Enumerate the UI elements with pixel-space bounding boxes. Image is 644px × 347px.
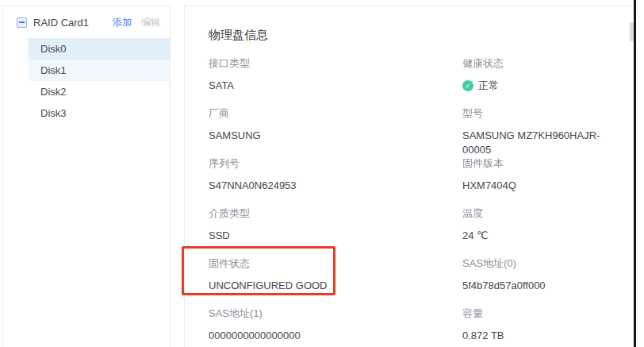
field-value: SAMSUNG MZ7KH960HAJR-00005 — [462, 129, 607, 157]
page-title: 物理盘信息 — [209, 28, 607, 43]
field-label: 温度 — [462, 206, 607, 221]
field-value: 0.872 TB — [462, 329, 607, 343]
field-label: 固件版本 — [462, 156, 607, 171]
sidebar-item-disk3[interactable]: Disk3 — [29, 102, 170, 124]
check-circle-icon: ✓ — [462, 80, 473, 91]
collapse-minus-icon[interactable] — [17, 17, 27, 28]
field-label: 介质类型 — [209, 206, 462, 221]
field-serial-number: 序列号 S47NNA0N624953 — [209, 156, 462, 206]
edit-link[interactable]: 编辑 — [141, 16, 160, 29]
disk-list: Disk0 Disk1 Disk2 Disk3 — [2, 38, 170, 124]
field-health-status: 健康状态 ✓ 正常 — [462, 56, 607, 106]
field-value: SSD — [209, 229, 462, 243]
field-label: 接口类型 — [209, 56, 462, 71]
field-label: SAS地址(1) — [209, 307, 462, 321]
field-value: SAMSUNG — [209, 129, 462, 143]
field-sas-address-0: SAS地址(0) 5f4b78d57a0ff000 — [462, 256, 607, 307]
field-value: 24 ℃ — [462, 229, 607, 243]
field-value: SATA — [209, 79, 462, 93]
sidebar-item-disk1[interactable]: Disk1 — [29, 60, 170, 81]
field-value: 5f4b78d57a0ff000 — [462, 279, 607, 293]
field-label: 厂商 — [209, 106, 462, 121]
sidebar-item-disk0[interactable]: Disk0 — [29, 38, 170, 60]
field-model: 型号 SAMSUNG MZ7KH960HAJR-00005 — [462, 106, 607, 156]
field-vendor: 厂商 SAMSUNG — [209, 106, 462, 156]
status-badge: 正常 — [478, 79, 499, 93]
field-firmware-version: 固件版本 HXM7404Q — [462, 156, 607, 206]
field-label: 型号 — [462, 106, 607, 121]
field-firmware-state: 固件状态 UNCONFIGURED GOOD — [209, 256, 462, 307]
add-link[interactable]: 添加 — [113, 16, 132, 29]
field-sas-address-1: SAS地址(1) 0000000000000000 — [209, 307, 462, 347]
field-interface-type: 接口类型 SATA — [209, 56, 462, 106]
field-label: 序列号 — [209, 156, 462, 171]
field-value: ✓ 正常 — [462, 79, 607, 93]
field-capacity: 容量 0.872 TB — [462, 307, 607, 347]
field-value: 0000000000000000 — [209, 329, 462, 343]
physical-disk-info-panel: 物理盘信息 接口类型 SATA 健康状态 ✓ 正常 厂商 SAMSUNG 型号 … — [184, 6, 631, 347]
disk-tree-sidebar: RAID Card1 添加 编辑 Disk0 Disk1 Disk2 Disk3 — [2, 6, 171, 347]
tree-node-raid-card[interactable]: RAID Card1 添加 编辑 — [2, 6, 170, 38]
fields-grid: 接口类型 SATA 健康状态 ✓ 正常 厂商 SAMSUNG 型号 SAMSUN… — [209, 56, 607, 347]
field-label: 固件状态 — [209, 256, 462, 271]
field-label: 容量 — [462, 307, 607, 321]
field-value: UNCONFIGURED GOOD — [209, 279, 462, 293]
tree-node-label: RAID Card1 — [33, 17, 113, 29]
field-temperature: 温度 24 ℃ — [462, 206, 607, 256]
sidebar-item-disk2[interactable]: Disk2 — [29, 81, 170, 102]
field-value: S47NNA0N624953 — [209, 179, 462, 193]
field-media-type: 介质类型 SSD — [209, 206, 462, 256]
page-edge-divider — [634, 0, 636, 347]
field-label: 健康状态 — [462, 56, 607, 71]
field-value: HXM7404Q — [462, 179, 607, 193]
field-label: SAS地址(0) — [462, 256, 607, 271]
